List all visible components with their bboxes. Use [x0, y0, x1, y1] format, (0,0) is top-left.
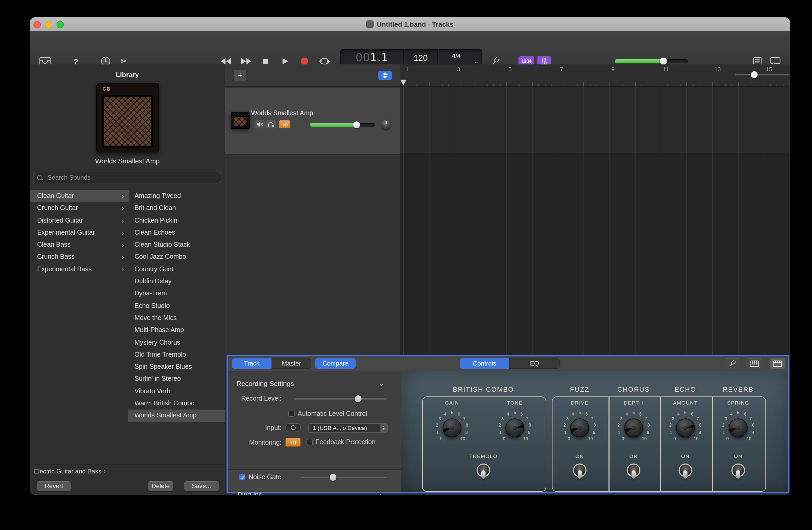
volume-thumb[interactable] — [660, 57, 667, 65]
library-preset-item[interactable]: Echo Studio — [128, 300, 225, 312]
stepper-icon[interactable]: ▲▼ — [380, 424, 387, 432]
library-preset-item[interactable]: Move the Mics — [128, 312, 225, 324]
zoom-slider-thumb[interactable] — [751, 71, 758, 78]
library-category-item[interactable]: Distorted Guitar› — [30, 214, 129, 227]
amp-knob-amount[interactable]: 012345678910 — [666, 408, 705, 448]
library-preset-item[interactable]: Chicken Pickin' — [128, 214, 225, 227]
compare-button[interactable]: Compare — [315, 358, 356, 369]
search-input[interactable] — [46, 173, 221, 182]
zoom-slider-track[interactable] — [735, 74, 789, 75]
library-preset-item[interactable]: Clean Echoes — [128, 227, 225, 239]
ruler-bar-number: 11 — [663, 66, 669, 72]
add-track-button[interactable]: + — [234, 70, 246, 81]
input-monitoring-button[interactable] — [279, 121, 290, 128]
library-preset-item[interactable]: Amazing Tweed — [128, 190, 225, 203]
recording-settings-column: Recording Settings ⌄ Record Level: Autom… — [228, 371, 402, 492]
library-category-item[interactable]: Experimental Bass› — [30, 263, 129, 276]
tab-controls[interactable]: Controls — [460, 358, 509, 369]
tab-track[interactable]: Track — [232, 358, 272, 369]
amp-toggle-switch[interactable] — [573, 463, 586, 477]
save-button[interactable]: Save... — [184, 481, 219, 491]
input-device-popup[interactable]: 1 (USB A...io Device) ▲▼ — [308, 423, 388, 433]
knob-tick-label: 2 — [669, 423, 671, 428]
track-header-collapse-button[interactable] — [378, 71, 392, 80]
feedback-protection-checkbox[interactable] — [307, 439, 313, 445]
library-preset-item[interactable]: Surfin' in Stereo — [128, 373, 225, 386]
knob-cap — [450, 426, 454, 430]
library-preset-item[interactable]: Spin Speaker Blues — [128, 361, 225, 373]
amp-toggle-switch[interactable] — [477, 463, 490, 477]
timeline-ruler[interactable]: 13579111315 — [400, 65, 790, 87]
library-preset-item[interactable]: Vibrato Verb — [128, 386, 225, 398]
preset-label: Worlds Smallest Amp — [128, 412, 197, 419]
knob-tick-label: 9 — [699, 430, 701, 435]
amp-knob-depth[interactable]: 012345678910 — [614, 408, 653, 448]
library-category-item[interactable]: Crunch Bass› — [30, 251, 129, 263]
library-category-item[interactable]: Clean Guitar› — [30, 190, 129, 203]
noise-gate-thumb[interactable] — [329, 474, 336, 481]
track-name[interactable]: Worlds Smallest Amp — [251, 110, 313, 117]
auto-level-checkbox[interactable] — [288, 410, 294, 417]
library-preset-item[interactable]: Country Gent — [128, 263, 225, 276]
mute-button[interactable] — [255, 121, 265, 128]
tuner-view-button[interactable] — [725, 358, 740, 369]
noise-gate-slider[interactable] — [301, 477, 387, 478]
category-label: Experimental Bass — [30, 266, 91, 273]
library-breadcrumb[interactable]: Electric Guitar and Bass› — [34, 467, 106, 475]
amp-knob-drive[interactable]: 012345678910 — [560, 408, 599, 448]
amp-toggle-switch[interactable] — [679, 463, 692, 477]
recording-settings-header[interactable]: Recording Settings — [236, 380, 294, 388]
library-preset-item[interactable]: Clean Studio Stack — [128, 239, 225, 251]
amp-knob-tone[interactable]: 012345678910 — [495, 408, 535, 448]
tab-eq[interactable]: EQ — [509, 358, 560, 369]
ruler-subtick — [616, 84, 616, 86]
solo-button[interactable] — [266, 121, 276, 128]
knob-tick-label: 3 — [502, 417, 504, 421]
record-level-thumb[interactable] — [355, 395, 362, 402]
library-preset-item[interactable]: Warm British Combo — [128, 398, 225, 410]
timeline-area[interactable]: 13579111315 — [400, 65, 790, 355]
grid-line — [429, 86, 430, 355]
library-category-item[interactable]: Crunch Guitar› — [30, 203, 129, 215]
library-category-item[interactable]: Clean Bass› — [30, 239, 129, 251]
window-title: Untitled 1.band - Tracks — [377, 20, 453, 28]
keyboard-view-button[interactable] — [746, 358, 762, 369]
library-preset-item[interactable]: Dublin Delay — [128, 276, 225, 288]
search-field[interactable] — [33, 172, 221, 183]
delete-button[interactable]: Delete — [148, 481, 173, 491]
library-category-item[interactable]: Experimental Guitar› — [30, 227, 129, 239]
record-level-slider[interactable] — [294, 398, 387, 400]
amp-toggle-switch[interactable] — [627, 463, 640, 477]
amp-knob-gain[interactable]: 012345678910 — [432, 408, 472, 448]
titlebar[interactable]: Untitled 1.band - Tracks — [30, 17, 790, 31]
library-preset-item[interactable]: Dyna-Trem — [128, 288, 225, 300]
amp-toggle-switch[interactable] — [731, 463, 745, 477]
ruler-subtick — [693, 84, 694, 86]
category-label: Experimental Guitar — [30, 229, 95, 236]
library-preset-item[interactable]: Multi-Phase Amp — [128, 324, 225, 337]
library-preset-item[interactable]: Old Time Tremolo — [128, 349, 225, 361]
library-preset-item[interactable]: Brit and Clean — [128, 203, 225, 215]
pan-knob[interactable] — [381, 120, 391, 130]
track-volume-slider[interactable] — [310, 123, 375, 127]
ruler-subtick — [410, 84, 410, 86]
library-preset-item[interactable]: Cool Jazz Combo — [128, 251, 225, 263]
track-row[interactable]: Worlds Smallest Amp — [225, 87, 400, 154]
tab-master[interactable]: Master — [272, 358, 311, 369]
input-format-button[interactable] — [285, 423, 301, 432]
chevron-right-icon[interactable]: › — [379, 490, 382, 495]
knob-body — [570, 418, 589, 437]
preset-label: Move the Mics — [128, 314, 177, 322]
noise-gate-checkbox[interactable] — [239, 474, 245, 480]
track-volume-thumb[interactable] — [353, 122, 360, 128]
library-preset-item[interactable]: Worlds Smallest Amp — [128, 410, 225, 422]
library-preset-item[interactable]: Mystery Chorus — [128, 336, 225, 349]
master-volume-slider[interactable] — [615, 59, 688, 64]
monitoring-button[interactable] — [285, 438, 301, 447]
chevron-down-icon[interactable]: ⌄ — [378, 379, 384, 388]
revert-button[interactable]: Revert — [37, 481, 71, 491]
ruler-subtick — [564, 84, 565, 86]
plugins-header[interactable]: Plug-ins — [237, 491, 262, 495]
amp-view-button[interactable] — [770, 358, 785, 369]
amp-knob-spring[interactable]: 012345678910 — [719, 408, 758, 448]
